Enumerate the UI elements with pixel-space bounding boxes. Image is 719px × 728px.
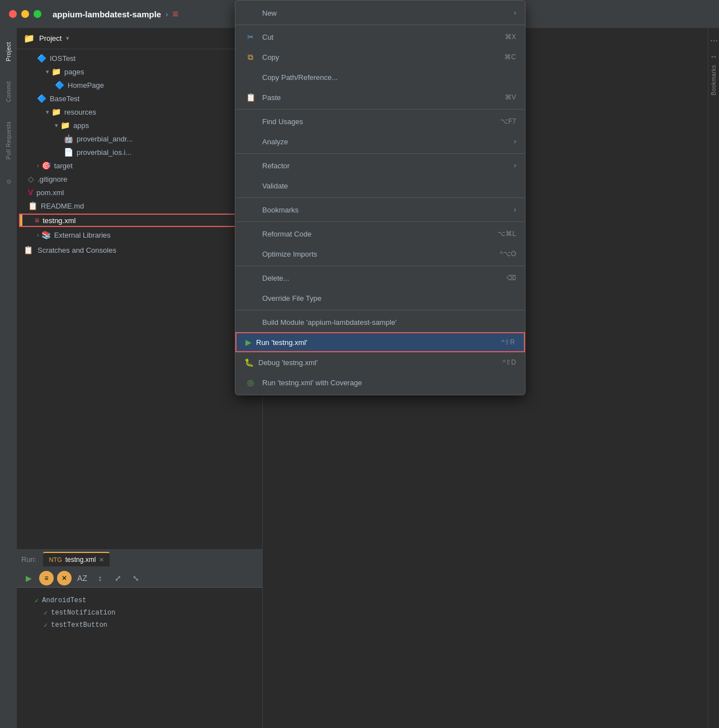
menu-item-validate[interactable]: Validate (235, 176, 525, 196)
menu-item-bookmarks[interactable]: Bookmarks › (235, 200, 525, 220)
menu-item-optimize[interactable]: Optimize Imports ^⌥O (235, 244, 525, 264)
close-button[interactable] (9, 10, 17, 18)
folder-icon: 📁 (60, 121, 70, 130)
menu-item-label-run-coverage: Run 'testng.xml' with Coverage (262, 379, 516, 387)
git-icon: ◇ (28, 174, 34, 183)
paste-icon: 📋 (244, 93, 257, 102)
tree-label: README.md (41, 202, 84, 210)
tree-item-basetest[interactable]: 🔷 BaseTest (17, 92, 262, 105)
debug-icon: 🐛 (244, 358, 254, 367)
menu-item-run-coverage[interactable]: ◎ Run 'testng.xml' with Coverage (235, 372, 525, 393)
menu-item-label-new: New (262, 9, 514, 17)
readme-icon: 📋 (28, 201, 37, 210)
separator (235, 153, 525, 154)
arrow-icon: › (514, 206, 516, 214)
target-icon: 🎯 (41, 161, 51, 170)
tab-close-icon[interactable]: ✕ (99, 556, 104, 564)
bookmarks-label[interactable]: Bookmarks (711, 65, 717, 96)
menu-item-label-debug: Debug 'testng.xml' (258, 358, 503, 367)
sidebar-icons: Project Commit Pull Requests ⊙ (0, 28, 17, 728)
chevron-right-icon: › (37, 162, 39, 169)
sidebar-item-pull-requests[interactable]: Pull Requests (3, 113, 15, 168)
menu-item-label-override-type: Override File Type (262, 294, 516, 302)
context-menu: New › ✂ Cut ⌘X ⧉ Copy ⌘C Copy Path/Refer… (235, 0, 526, 395)
menu-item-find-usages[interactable]: Find Usages ⌥F7 (235, 111, 525, 131)
expand-button[interactable]: ⤢ (111, 571, 125, 585)
minimize-button[interactable] (21, 10, 29, 18)
chevron-icon: ▾ (46, 68, 49, 75)
separator (235, 25, 525, 25)
menu-item-label-validate: Validate (262, 182, 516, 190)
sidebar-item-github[interactable]: ⊙ (3, 171, 15, 192)
tree-label: IOSTest (50, 54, 75, 63)
android-icon: 🤖 (64, 134, 73, 143)
menu-item-copy[interactable]: ⧉ Copy ⌘C (235, 47, 525, 67)
menu-item-copy-path[interactable]: Copy Path/Reference... (235, 67, 525, 87)
tree-item-testng-xml[interactable]: ≡ testng.xml (19, 214, 260, 227)
menu-item-refactor[interactable]: Refactor › (235, 155, 525, 176)
tree-item-resources[interactable]: ▾ 📁 resources (17, 105, 262, 119)
tree-label: resources (64, 108, 96, 116)
class-icon: 🔷 (37, 54, 46, 63)
tree-item-proverbial-ios[interactable]: 📄 proverbial_ios.i... (17, 145, 262, 159)
menu-item-cut[interactable]: ✂ Cut ⌘X (235, 27, 525, 47)
result-item-testtextbutton[interactable]: ✓ testTextButton (28, 619, 251, 631)
menu-item-debug[interactable]: 🐛 Debug 'testng.xml' ^⇧D (235, 352, 525, 372)
tree-item-external-libraries[interactable]: › 📚 External Libraries (17, 228, 262, 242)
menu-icon[interactable]: ≡ (173, 8, 179, 20)
sidebar-item-project[interactable]: Project (3, 34, 15, 70)
bottom-toolbar: ▶ ≡ ✕ AZ ↕ ⤢ ⤡ (17, 569, 262, 588)
tree-item-pomxml[interactable]: V pom.xml (17, 186, 262, 199)
menu-item-label-copy-path: Copy Path/Reference... (262, 73, 516, 82)
tree-item-gitignore[interactable]: ◇ .gitignore (17, 172, 262, 186)
menu-item-build-module[interactable]: Build Module 'appium-lambdatest-sample' (235, 312, 525, 332)
orange-indicator (20, 215, 22, 226)
sort-button[interactable]: ↕ (93, 571, 107, 585)
tree-label: BaseTest (50, 94, 79, 103)
rerun-button[interactable]: ≡ (39, 571, 54, 585)
collapse-button[interactable]: ⤡ (129, 571, 143, 585)
tree-item-readme[interactable]: 📋 README.md (17, 199, 262, 212)
tree-label: pom.xml (36, 188, 64, 197)
sort-az-button[interactable]: AZ (75, 571, 89, 585)
menu-item-delete[interactable]: Delete... ⌫ (235, 268, 525, 288)
menu-item-paste[interactable]: 📋 Paste ⌘V (235, 87, 525, 107)
menu-item-run[interactable]: ▶ Run 'testng.xml' ^⇧R (235, 332, 525, 352)
run-icon: ▶ (245, 338, 252, 347)
tree-item-pages[interactable]: ▾ 📁 pages (17, 65, 262, 78)
menu-item-analyze[interactable]: Analyze › (235, 131, 525, 152)
chevron-right-icon: › (37, 231, 39, 238)
project-name: appium-lambdatest-sample (53, 10, 161, 19)
tree-item-homepage[interactable]: 🔷 HomePage (17, 78, 262, 92)
tree-item-iostest[interactable]: 🔷 IOSTest (17, 51, 262, 65)
menu-item-override-type[interactable]: Override File Type (235, 288, 525, 308)
tab-label: testng.xml (65, 556, 96, 564)
run-tab-testng[interactable]: NTG testng.xml ✕ (43, 552, 110, 566)
tree-label: proverbial_andr... (77, 135, 133, 143)
stop-button[interactable]: ✕ (57, 571, 72, 585)
file-tree: 🔷 IOSTest ▾ 📁 pages 🔷 HomePage 🔷 BaseTes… (17, 49, 262, 549)
file-panel-title: Project (39, 34, 62, 42)
menu-item-new[interactable]: New › (235, 3, 525, 23)
result-item-testnotification[interactable]: ✓ testNotification (28, 607, 251, 619)
result-item-androidtest[interactable]: ✓ AndroidTest (28, 594, 251, 607)
check-icon: ✓ (44, 621, 48, 630)
separator (235, 310, 525, 310)
menu-item-reformat[interactable]: Reformat Code ⌥⌘L (235, 224, 525, 244)
menu-item-label-bookmarks: Bookmarks (262, 206, 514, 214)
result-label: testNotification (51, 609, 115, 617)
sidebar-item-commit[interactable]: Commit (3, 73, 15, 110)
tree-item-scratches[interactable]: 📋 Scratches and Consoles (17, 242, 262, 258)
run-button[interactable]: ▶ (21, 571, 36, 585)
tree-item-proverbial-android[interactable]: 🤖 proverbial_andr... (17, 132, 262, 145)
shortcut-run: ^⇧R (502, 338, 515, 346)
chevron-icon: ▾ (55, 122, 58, 129)
file-icon: 📄 (64, 148, 73, 157)
separator (235, 266, 525, 266)
shortcut-paste: ⌘V (505, 93, 516, 101)
tree-item-apps[interactable]: ▾ 📁 apps (17, 119, 262, 132)
ellipsis-icon[interactable]: ⋯ (708, 35, 720, 47)
maximize-button[interactable] (34, 10, 41, 18)
tree-item-target[interactable]: › 🎯 target (17, 159, 262, 172)
arrow-icon[interactable]: ↔ (708, 50, 720, 63)
